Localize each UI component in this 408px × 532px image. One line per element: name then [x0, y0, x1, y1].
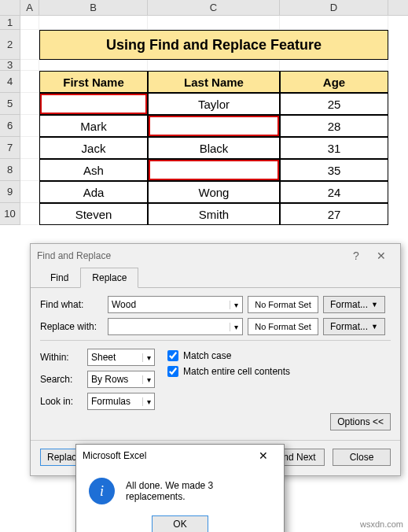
options-button[interactable]: Options << [330, 413, 391, 430]
cell[interactable] [20, 181, 39, 203]
match-case-input[interactable] [167, 350, 178, 361]
cell[interactable] [20, 60, 39, 71]
cell-first-name[interactable] [39, 93, 148, 115]
match-entire-checkbox[interactable]: Match entire cell contents [167, 366, 290, 377]
cell-age[interactable]: 28 [280, 115, 388, 137]
within-label: Within: [40, 352, 84, 363]
within-select[interactable]: ▾ [87, 349, 155, 366]
search-select[interactable]: ▾ [87, 371, 155, 388]
cell-age[interactable]: 25 [280, 93, 388, 115]
close-button[interactable]: Close [333, 449, 391, 466]
chevron-down-icon[interactable]: ▾ [230, 301, 242, 309]
cell-first-name[interactable]: Ada [39, 181, 148, 203]
replace-with-input[interactable]: ▾ [108, 318, 243, 335]
ok-button[interactable]: OK [152, 515, 208, 532]
cell-first-name[interactable]: Jack [39, 137, 148, 159]
col-header-C[interactable]: C [148, 0, 280, 15]
message-box: Microsoft Excel ✕ i All done. We made 3 … [75, 444, 285, 532]
cell[interactable] [20, 159, 39, 181]
row-header-10[interactable]: 10 [0, 203, 20, 225]
title-cell[interactable]: Using Find and Replace Feature [39, 30, 388, 60]
msgbox-text: All done. We made 3 replacements. [126, 480, 271, 502]
search-label: Search: [40, 374, 84, 385]
search-value[interactable] [88, 371, 142, 387]
row-header-8[interactable]: 8 [0, 159, 20, 181]
header-age[interactable]: Age [280, 71, 388, 93]
chevron-down-icon[interactable]: ▾ [142, 397, 154, 406]
cell-last-name[interactable]: Black [148, 137, 280, 159]
row-header-7[interactable]: 7 [0, 137, 20, 159]
replace-format-preview: No Format Set [248, 318, 318, 335]
cell-first-name[interactable]: Steven [39, 203, 148, 225]
col-header-A[interactable]: A [20, 0, 39, 15]
cell-last-name[interactable]: Smith [148, 203, 280, 225]
msgbox-title: Microsoft Excel [83, 450, 146, 461]
col-header-B[interactable]: B [39, 0, 148, 15]
tab-replace[interactable]: Replace [80, 268, 138, 288]
cell[interactable] [280, 60, 388, 71]
cell-age[interactable]: 24 [280, 181, 388, 203]
cell-first-name[interactable]: Ash [39, 159, 148, 181]
cell-last-name[interactable]: Taylor [148, 93, 280, 115]
help-button[interactable]: ? [344, 249, 369, 262]
replace-with-field[interactable] [108, 319, 230, 334]
chevron-down-icon[interactable]: ▾ [142, 375, 154, 384]
chevron-down-icon[interactable]: ▾ [230, 323, 242, 331]
header-first-name[interactable]: First Name [39, 71, 148, 93]
cell-age[interactable]: 31 [280, 137, 388, 159]
cell[interactable] [39, 60, 148, 71]
cell[interactable] [20, 203, 39, 225]
find-what-label: Find what: [40, 299, 103, 310]
close-icon[interactable]: ✕ [249, 446, 278, 465]
replace-format-button[interactable]: Format...▼ [323, 318, 385, 335]
row-header-4[interactable]: 4 [0, 71, 20, 93]
column-header-row: A B C D [0, 0, 408, 16]
cell-first-name[interactable]: Mark [39, 115, 148, 137]
find-what-field[interactable] [108, 297, 230, 312]
match-case-checkbox[interactable]: Match case [167, 350, 290, 361]
cell[interactable] [20, 16, 39, 30]
match-entire-label: Match entire cell contents [183, 366, 290, 377]
cell[interactable] [20, 71, 39, 93]
lookin-select[interactable]: ▾ [87, 393, 155, 410]
info-icon: i [89, 478, 115, 504]
find-replace-dialog: Find and Replace ? ✕ Find Replace Find w… [30, 243, 401, 476]
cell[interactable] [39, 16, 148, 30]
cell[interactable] [148, 60, 280, 71]
row-header-2[interactable]: 2 [0, 30, 20, 60]
cell-last-name[interactable] [148, 159, 280, 181]
match-case-label: Match case [183, 350, 231, 361]
select-all-corner[interactable] [0, 0, 20, 15]
find-format-preview: No Format Set [248, 296, 318, 313]
lookin-label: Look in: [40, 396, 84, 407]
chevron-down-icon[interactable]: ▾ [142, 353, 154, 362]
header-last-name[interactable]: Last Name [148, 71, 280, 93]
cell[interactable] [148, 16, 280, 30]
cell-last-name[interactable] [148, 115, 280, 137]
row-header-1[interactable]: 1 [0, 16, 20, 30]
lookin-value[interactable] [88, 393, 142, 409]
close-icon[interactable]: ✕ [369, 249, 394, 262]
col-header-D[interactable]: D [280, 0, 388, 15]
row-header-5[interactable]: 5 [0, 93, 20, 115]
cell[interactable] [280, 16, 388, 30]
watermark: wsxdn.com [360, 519, 403, 529]
tab-find[interactable]: Find [39, 268, 80, 288]
chevron-down-icon: ▼ [371, 323, 378, 331]
chevron-down-icon: ▼ [371, 301, 378, 308]
row-header-3[interactable]: 3 [0, 60, 20, 71]
cell[interactable] [20, 115, 39, 137]
cell-age[interactable]: 27 [280, 203, 388, 225]
find-what-input[interactable]: ▾ [108, 296, 243, 313]
cell-age[interactable]: 35 [280, 159, 388, 181]
cell[interactable] [20, 30, 39, 60]
find-format-button[interactable]: Format...▼ [323, 296, 385, 313]
cell[interactable] [20, 93, 39, 115]
cell-last-name[interactable]: Wong [148, 181, 280, 203]
cell[interactable] [20, 137, 39, 159]
match-entire-input[interactable] [167, 366, 178, 377]
dialog-title: Find and Replace [37, 250, 111, 261]
within-value[interactable] [88, 349, 142, 365]
row-header-6[interactable]: 6 [0, 115, 20, 137]
row-header-9[interactable]: 9 [0, 181, 20, 203]
